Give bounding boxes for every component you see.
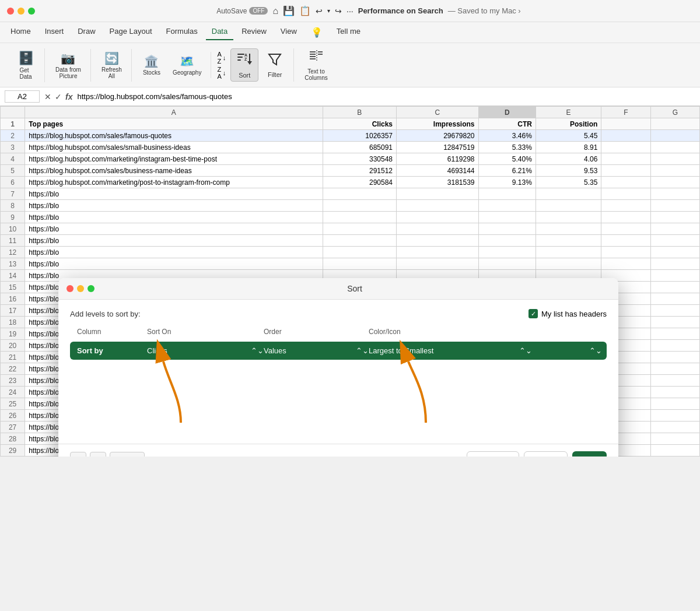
cell-g[interactable] [650,153,699,165]
cell-b[interactable]: 290584 [323,177,396,188]
col-header-c[interactable]: C [397,107,479,118]
close-button[interactable] [7,8,14,15]
cell-f[interactable] [601,142,650,153]
cell-a[interactable]: https://blog.hubspot.com/sales/famous-qu… [25,130,323,142]
copy-level-button[interactable]: Copy [110,452,145,457]
cell-b[interactable]: 291512 [323,165,396,177]
dialog-maximize-button[interactable] [88,285,94,292]
col-header-b[interactable]: B [323,107,396,118]
cell-e[interactable]: 8.91 [536,142,601,153]
confirm-formula-icon[interactable]: ✓ [55,92,62,101]
menu-formulas[interactable]: Formulas [160,24,204,40]
cell-e[interactable] [536,200,601,212]
cell-e[interactable] [536,247,601,258]
formula-content[interactable]: https://blog.hubspot.com/sales/famous-qu… [77,92,695,101]
cell-g[interactable] [650,363,699,375]
cell-g[interactable] [650,445,699,457]
cell-d[interactable] [478,200,536,212]
cell-e[interactable] [536,258,601,270]
column-dropdown[interactable]: Clicks ⌃⌄ [147,346,264,355]
insert-function-icon[interactable]: fx [65,92,72,101]
data-from-picture-button[interactable]: 📷 Data fromPicture [51,49,86,82]
geography-button[interactable]: 🗺️ Geography [168,52,206,78]
cell-e[interactable]: 5.45 [536,130,601,142]
cell-b[interactable] [323,235,396,247]
dialog-close-button[interactable] [66,285,74,292]
cell-f[interactable] [601,177,650,188]
cell-g[interactable] [650,305,699,317]
cell-d[interactable]: CTR [478,118,536,130]
cell-a[interactable]: https://blog.hubspot.com/sales/small-bus… [25,142,323,153]
cell-c[interactable] [397,235,479,247]
text-to-columns-button[interactable]: Text toColumns [300,47,332,83]
cell-a[interactable]: https://blo [25,258,323,270]
cell-e[interactable]: 5.35 [536,177,601,188]
cell-g[interactable] [650,328,699,340]
ok-button[interactable]: OK [572,451,607,457]
cell-f[interactable] [601,130,650,142]
cell-g[interactable] [650,340,699,352]
col-header-g[interactable]: G [650,107,699,118]
undo-icon[interactable]: ↩ [316,6,323,16]
sort-button[interactable]: A Z Sort [230,48,258,82]
autosave-toggle[interactable]: OFF [249,7,268,15]
cell-a[interactable]: https://blog.hubspot.com/marketing/post-… [25,177,323,188]
cell-g[interactable] [650,200,699,212]
cell-a[interactable]: https://blo [25,247,323,258]
menu-data[interactable]: Data [206,24,233,40]
cell-b[interactable] [323,212,396,223]
cell-g[interactable] [650,223,699,235]
menu-draw[interactable]: Draw [72,24,101,40]
cell-b[interactable] [323,200,396,212]
cell-f[interactable] [601,165,650,177]
color-icon-dropdown[interactable]: ⌃⌄ [532,346,602,355]
cell-b[interactable] [323,188,396,200]
cell-g[interactable] [650,387,699,398]
cell-f[interactable] [601,118,650,130]
cell-d[interactable] [478,258,536,270]
stocks-button[interactable]: 🏛️ Stocks [138,52,166,78]
cell-d[interactable] [478,223,536,235]
cell-d[interactable] [478,235,536,247]
autosave-control[interactable]: AutoSave OFF [216,7,268,15]
cell-g[interactable] [650,235,699,247]
cell-e[interactable]: Position [536,118,601,130]
get-data-button[interactable]: 🗄️ GetData [12,48,40,82]
dialog-minimize-button[interactable] [77,285,84,292]
cell-g[interactable] [650,258,699,270]
cell-f[interactable] [601,235,650,247]
cell-f[interactable] [601,188,650,200]
col-header-d[interactable]: D [478,107,536,118]
cell-g[interactable] [650,165,699,177]
cell-c[interactable] [397,258,479,270]
cell-c[interactable]: 6119298 [397,153,479,165]
cell-c[interactable]: Impressions [397,118,479,130]
cell-b[interactable] [323,247,396,258]
cell-b[interactable] [323,223,396,235]
cell-c[interactable] [397,223,479,235]
cell-a[interactable]: https://blo [25,188,323,200]
col-header-f[interactable]: F [601,107,650,118]
menu-view[interactable]: View [275,24,303,40]
cell-e[interactable] [536,235,601,247]
cell-g[interactable] [650,188,699,200]
cell-c[interactable] [397,188,479,200]
cell-f[interactable] [601,200,650,212]
cell-d[interactable] [478,188,536,200]
cell-b[interactable]: 685091 [323,142,396,153]
sort-az-desc[interactable]: ZA ↓ [217,66,226,80]
cell-g[interactable] [650,410,699,422]
menu-review[interactable]: Review [236,24,272,40]
cell-a[interactable]: Top pages [25,118,323,130]
cell-d[interactable]: 6.21% [478,165,536,177]
options-button[interactable]: Options... [467,451,519,457]
cell-d[interactable]: 5.40% [478,153,536,165]
cell-e[interactable]: 9.53 [536,165,601,177]
cell-a[interactable]: https://blo [25,200,323,212]
cell-g[interactable] [650,282,699,293]
cell-b[interactable]: 330548 [323,153,396,165]
cell-g[interactable] [650,398,699,410]
cell-c[interactable]: 4693144 [397,165,479,177]
cancel-button[interactable]: Cancel [524,451,567,457]
cell-f[interactable] [601,258,650,270]
